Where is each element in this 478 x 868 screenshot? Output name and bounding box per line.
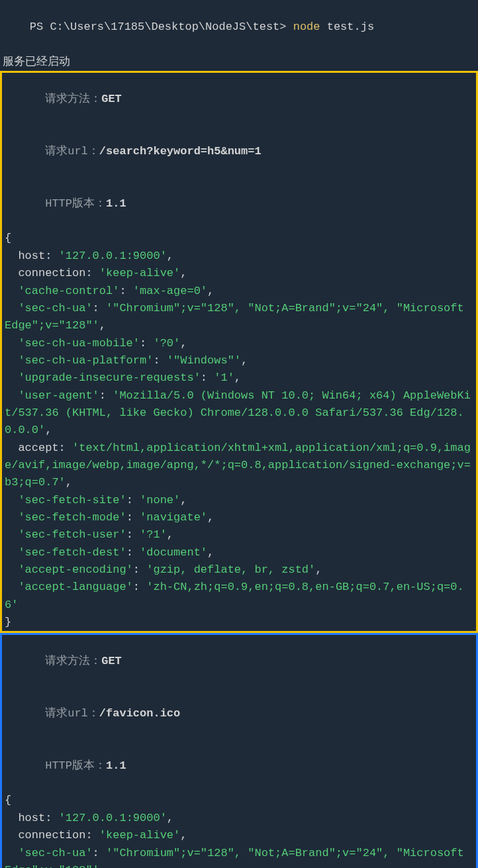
colon: : bbox=[45, 250, 58, 262]
ps-prefix: PS bbox=[30, 21, 50, 33]
colon: : bbox=[93, 847, 106, 859]
header-key: 'accept-encoding' bbox=[18, 563, 132, 576]
header-value: '?1' bbox=[140, 528, 167, 541]
url-value: /favicon.ico bbox=[99, 707, 180, 720]
colon: : bbox=[126, 528, 140, 541]
header-key: 'sec-fetch-dest' bbox=[18, 546, 126, 559]
header-key: connection bbox=[18, 267, 85, 279]
header-key: 'sec-ch-ua' bbox=[18, 302, 92, 314]
header-line: 'user-agent': 'Mozilla/5.0 (Windows NT 1… bbox=[5, 387, 475, 440]
header-line: 'sec-ch-ua-platform': '"Windows"', bbox=[5, 352, 475, 369]
comma: , bbox=[241, 354, 248, 367]
comma: , bbox=[234, 371, 241, 384]
header-value: '127.0.0.1:9000' bbox=[59, 250, 167, 262]
comma: , bbox=[99, 319, 106, 332]
colon: : bbox=[45, 812, 58, 824]
command-name: node bbox=[293, 21, 320, 33]
terminal-output[interactable]: PS C:\Users\17185\Desktop\NodeJS\test> n… bbox=[0, 0, 478, 868]
comma: , bbox=[167, 250, 173, 262]
comma: , bbox=[180, 494, 187, 506]
url-value: /search?keyword=h5&num=1 bbox=[99, 145, 262, 158]
colon: : bbox=[126, 494, 140, 506]
colon: : bbox=[93, 302, 106, 314]
header-value: '127.0.0.1:9000' bbox=[59, 812, 167, 824]
method-value: GET bbox=[101, 93, 122, 105]
open-brace: { bbox=[5, 230, 475, 247]
request-url-line: 请求url：/favicon.ico bbox=[5, 687, 475, 740]
header-line: 'sec-ch-ua': '"Chromium";v="128", "Not;A… bbox=[5, 300, 475, 335]
request-url-line: 请求url：/search?keyword=h5&num=1 bbox=[5, 125, 475, 177]
http-value: 1.1 bbox=[106, 197, 126, 210]
colon: : bbox=[126, 546, 140, 559]
header-value: 'text/html,application/xhtml+xml,applica… bbox=[5, 442, 471, 489]
header-line: connection: 'keep-alive', bbox=[5, 265, 475, 282]
open-brace: { bbox=[5, 792, 475, 809]
comma: , bbox=[315, 563, 322, 576]
colon: : bbox=[133, 563, 146, 576]
header-line: 'accept-language': 'zh-CN,zh;q=0.9,en;q=… bbox=[5, 579, 475, 614]
method-label: 请求方法： bbox=[45, 655, 101, 667]
startup-message: 服务已经启动 bbox=[0, 54, 478, 71]
colon: : bbox=[133, 581, 146, 593]
header-line: 'sec-fetch-user': '?1', bbox=[5, 526, 475, 544]
method-label: 请求方法： bbox=[45, 93, 101, 105]
working-directory: C:\Users\17185\Desktop\NodeJS\test> bbox=[50, 21, 286, 33]
comma: , bbox=[167, 812, 173, 824]
header-value: '?0' bbox=[153, 337, 180, 350]
header-line: host: '127.0.0.1:9000', bbox=[5, 248, 475, 265]
header-key: connection bbox=[18, 829, 85, 842]
header-line: 'upgrade-insecure-requests': '1', bbox=[5, 369, 475, 387]
header-key: 'sec-ch-ua-mobile' bbox=[18, 337, 140, 350]
colon: : bbox=[85, 829, 99, 842]
header-line: 'cache-control': 'max-age=0', bbox=[5, 283, 475, 300]
header-key: host bbox=[18, 250, 45, 262]
header-value: 'max-age=0' bbox=[133, 285, 207, 297]
header-key: 'sec-ch-ua' bbox=[18, 847, 92, 859]
url-label: 请求url： bbox=[45, 707, 99, 720]
header-key: 'sec-fetch-user' bbox=[18, 528, 126, 541]
header-line: 'sec-fetch-mode': 'navigate', bbox=[5, 509, 475, 526]
colon: : bbox=[153, 354, 166, 367]
http-version-line: HTTP版本：1.1 bbox=[5, 740, 475, 792]
command-arg: test.js bbox=[327, 21, 374, 33]
colon: : bbox=[59, 442, 72, 454]
header-key: 'sec-fetch-site' bbox=[18, 494, 126, 506]
comma: , bbox=[180, 337, 187, 350]
colon: : bbox=[119, 285, 132, 297]
header-line: accept: 'text/html,application/xhtml+xml… bbox=[5, 440, 475, 492]
header-value: '"Windows"' bbox=[167, 354, 241, 367]
header-key: 'accept-language' bbox=[18, 581, 132, 593]
request-method-line: 请求方法：GET bbox=[5, 73, 475, 125]
comma: , bbox=[207, 511, 214, 524]
comma: , bbox=[45, 424, 52, 436]
header-value: 'keep-alive' bbox=[99, 829, 180, 842]
comma: , bbox=[180, 267, 187, 279]
header-line: 'sec-ch-ua-mobile': '?0', bbox=[5, 335, 475, 352]
header-key: 'sec-fetch-mode' bbox=[18, 511, 126, 524]
request-block-2: 请求方法：GET 请求url：/favicon.ico HTTP版本：1.1 {… bbox=[0, 633, 478, 868]
header-line: host: '127.0.0.1:9000', bbox=[5, 810, 475, 827]
url-label: 请求url： bbox=[45, 145, 99, 158]
prompt-line: PS C:\Users\17185\Desktop\NodeJS\test> n… bbox=[0, 0, 478, 54]
header-line: 'sec-ch-ua': '"Chromium";v="128", "Not;A… bbox=[5, 845, 475, 869]
header-value: 'navigate' bbox=[140, 511, 207, 524]
comma: , bbox=[66, 476, 72, 489]
header-value: '1' bbox=[214, 371, 234, 384]
header-key: 'sec-ch-ua-platform' bbox=[18, 354, 153, 367]
comma: , bbox=[207, 546, 214, 559]
header-line: 'accept-encoding': 'gzip, deflate, br, z… bbox=[5, 561, 475, 579]
colon: : bbox=[140, 337, 153, 350]
request-block-1: 请求方法：GET 请求url：/search?keyword=h5&num=1 … bbox=[0, 71, 478, 633]
header-key: accept bbox=[18, 442, 58, 454]
comma: , bbox=[167, 528, 173, 541]
http-label: HTTP版本： bbox=[45, 197, 106, 210]
http-label: HTTP版本： bbox=[45, 759, 106, 772]
header-line: connection: 'keep-alive', bbox=[5, 827, 475, 844]
header-key: 'user-agent' bbox=[18, 389, 99, 402]
header-value: 'document' bbox=[140, 546, 207, 559]
comma: , bbox=[99, 864, 106, 868]
header-value: 'gzip, deflate, br, zstd' bbox=[146, 563, 315, 576]
header-line: 'sec-fetch-site': 'none', bbox=[5, 492, 475, 509]
header-line: 'sec-fetch-dest': 'document', bbox=[5, 544, 475, 561]
close-brace: } bbox=[5, 614, 475, 631]
